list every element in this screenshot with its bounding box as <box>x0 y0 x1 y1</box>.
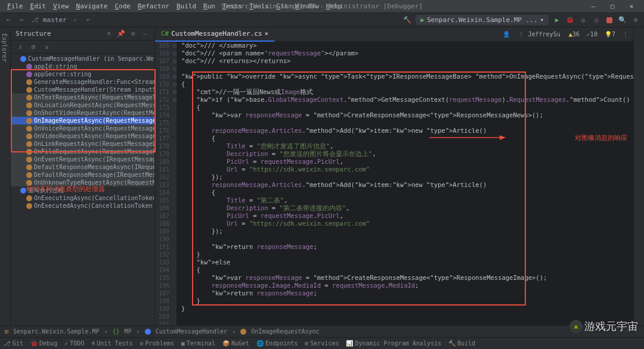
breadcrumb[interactable]: Senparc.Weixin.Sample.MP <box>13 328 100 335</box>
tree-item[interactable]: DefaultResponseMessage(IRequestMessageBa… <box>11 171 154 179</box>
structure-title: Structure <box>16 30 51 38</box>
tree-item[interactable]: OnShortVideoRequestAsync(RequestMessageS… <box>11 109 154 117</box>
sort-icon[interactable]: ↕ <box>16 42 25 52</box>
user-icon[interactable]: 👤 <box>503 31 510 38</box>
undo-icon[interactable]: ↶ <box>83 15 93 25</box>
expand-icon[interactable]: ⇱ <box>104 29 114 39</box>
breadcrumb[interactable]: OnImageRequestAsync <box>251 328 319 335</box>
menubar: FileEditViewNavigateCodeRefactorBuildRun… <box>0 0 644 13</box>
pin-icon[interactable]: 📌 <box>116 29 126 39</box>
run-icon[interactable]: ▶ <box>552 15 562 25</box>
tree-item[interactable]: DefaultResponseMessageAsync(IRequestMess… <box>11 163 154 171</box>
bc-icon: ⊞ <box>5 328 8 335</box>
annotation-left: 针对不同消息类型的处理器 <box>26 185 105 194</box>
menu-navigate[interactable]: Navigate <box>73 1 112 11</box>
tree-item[interactable]: OnVoiceRequestAsync(RequestMessageVoice … <box>11 124 154 132</box>
annotation-right: 对图像消息的响应 <box>575 133 627 142</box>
menu-build[interactable]: Build <box>173 1 200 11</box>
run-config-combo[interactable]: ▶Senparc.Weixin.Sample.MP ...▾ <box>416 15 549 25</box>
tree-item[interactable]: OnEventRequestAsync(IRequestMessageEvent… <box>11 155 154 163</box>
filter-icon[interactable]: ⊞ <box>29 42 38 52</box>
window-title: Senparc.Weixin.Sample.MP - Administrator… <box>221 2 423 10</box>
structure-panel: Structure ⇱ 📌 ⚙ — ↕ ⊞ ⇲ CustomMessageHan… <box>11 27 155 325</box>
tree-item[interactable]: OnExecutedAsync(CancellationToken cancel… <box>11 202 154 210</box>
tree-item[interactable]: appId:string <box>11 63 154 70</box>
hide-icon[interactable]: — <box>140 29 150 39</box>
breadcrumb[interactable]: CustomMessageHandler <box>156 328 227 335</box>
bottom-tab-nuget[interactable]: 📦NuGet <box>222 340 249 347</box>
settings-icon[interactable]: ⚙ <box>631 15 640 25</box>
menu-run[interactable]: Run <box>200 1 219 11</box>
line-numbers: 165 166 167 168 169 170 171 172 173 174 … <box>155 42 173 325</box>
menu-view[interactable]: View <box>49 1 73 11</box>
menu-code[interactable]: Code <box>111 1 134 11</box>
close-tab-icon[interactable]: × <box>265 30 269 38</box>
sync-icon[interactable]: ✓ <box>70 15 80 25</box>
editor-tabbar: C# CustomMessageHandler.cs × 👤 ⋮ Jeffrey… <box>155 27 633 42</box>
menu-edit[interactable]: Edit <box>27 1 50 11</box>
watermark-badge: ✶ 游戏元宇宙 <box>569 319 638 334</box>
bottom-tool-tabs: ⎇Git🐞Debug✓TODO⚗Unit Tests⊘Problems▣Term… <box>0 337 644 349</box>
forward-icon[interactable]: → <box>17 15 26 25</box>
search-icon[interactable]: 🔍 <box>618 15 627 25</box>
menu-refactor[interactable]: Refactor <box>134 1 173 11</box>
left-gutter: Explorer Structure <box>0 27 11 325</box>
bottom-tab-services[interactable]: ⚙Services <box>305 340 339 347</box>
branch-name[interactable]: master <box>43 16 67 24</box>
hammer-icon[interactable]: 🔨 <box>402 15 412 25</box>
stop-icon[interactable] <box>605 15 614 25</box>
editor-tab[interactable]: C# CustomMessageHandler.cs × <box>155 27 274 42</box>
maximize-button[interactable]: ▢ <box>603 1 621 12</box>
breadcrumb-bar: ⊞ Senparc.Weixin.Sample.MP› {}MP› Custom… <box>0 325 644 337</box>
tree-item[interactable]: OnLocationRequestAsync(RequestMessageLoc… <box>11 101 154 109</box>
toolbar: ← → ⎇ master ✓ ↶ 🔨 ▶Senparc.Weixin.Sampl… <box>0 13 644 27</box>
csharp-icon: C# <box>161 30 169 38</box>
bottom-tab-problems[interactable]: ⊘Problems <box>140 340 174 347</box>
autoscroll-icon[interactable]: ⇲ <box>42 42 51 52</box>
more-icon[interactable]: ⋮ <box>623 31 628 38</box>
minimize-button[interactable]: — <box>584 1 602 12</box>
bottom-tab-endpoints[interactable]: 🌐Endpoints <box>256 340 298 347</box>
coverage-icon[interactable]: ◎ <box>578 15 588 25</box>
tree-item[interactable]: GenerateMessageHandler:Func<Stream,PostM… <box>11 78 154 86</box>
tree-item[interactable]: OnLinkRequestAsync(RequestMessageLink re… <box>11 140 154 148</box>
debug-icon[interactable]: 🐞 <box>565 15 575 25</box>
close-button[interactable]: ✕ <box>623 1 640 12</box>
wechat-icon: ✶ <box>569 320 583 333</box>
tree-item[interactable]: OnVideoRequestAsync(RequestMessageVideo … <box>11 132 154 140</box>
vcs-icon[interactable]: ⎇ <box>30 15 39 25</box>
bottom-tab-git[interactable]: ⎇Git <box>4 340 23 347</box>
back-icon[interactable]: ← <box>4 15 13 25</box>
tree-item[interactable]: OnTextRequestAsync(RequestMessageText re… <box>11 94 154 101</box>
bottom-tab-build[interactable]: 🔨Build <box>448 340 475 347</box>
gutter-explorer[interactable]: Explorer <box>0 30 9 325</box>
code-editor[interactable]: "doc">/// </summary> "doc">/// <param na… <box>177 42 633 325</box>
bottom-tab-todo[interactable]: ✓TODO <box>64 340 84 347</box>
bottom-tab-unit-tests[interactable]: ⚗Unit Tests <box>91 340 132 347</box>
breadcrumb[interactable]: MP <box>125 328 132 335</box>
gear-icon[interactable]: ⚙ <box>128 29 138 39</box>
bottom-tab-terminal[interactable]: ▣Terminal <box>181 340 215 347</box>
profile-icon[interactable]: ◷ <box>592 15 601 25</box>
tree-item[interactable]: CustomMessageHandler(Stream inputStream,… <box>11 86 154 94</box>
menu-file[interactable]: File <box>4 1 27 11</box>
tree-item[interactable]: OnImageRequestAsync(RequestMessageImage … <box>11 117 154 124</box>
right-gutter <box>633 27 644 325</box>
tree-item[interactable]: appSecret:string <box>11 70 154 78</box>
bottom-tab-debug[interactable]: 🐞Debug <box>30 340 57 347</box>
bottom-tab-dynamic-program-analysis[interactable]: 📊Dynamic Program Analysis <box>346 340 441 347</box>
tree-item[interactable]: CustomMessageHandler (in Senparc.Weixin.… <box>11 55 154 63</box>
tree-item[interactable]: OnExecutingAsync(CancellationToken cance… <box>11 194 154 202</box>
tree-item[interactable]: OnFileRequestAsync(RequestMessageFile re… <box>11 148 154 155</box>
